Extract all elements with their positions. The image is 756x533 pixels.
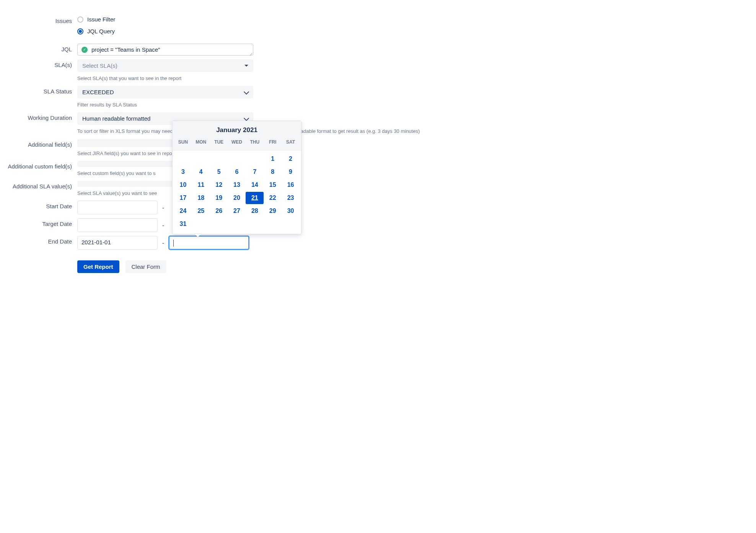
calendar-empty-cell [228,153,246,165]
additional-sla-values-label: Additional SLA value(s) [8,181,77,190]
issues-option-jql[interactable]: JQL Query [77,28,505,34]
issues-option-filter[interactable]: Issue Filter [77,16,505,23]
popup-arrow-icon [195,234,201,237]
calendar-day-5[interactable]: 5 [210,166,228,178]
calendar-weekday: MON [192,138,210,146]
calendar-weekday: THU [246,138,264,146]
end-date-from-input[interactable]: 2021-01-01 [77,236,158,250]
calendar-day-16[interactable]: 16 [282,179,300,191]
calendar-day-2[interactable]: 2 [282,153,300,165]
end-date-label: End Date [8,236,77,245]
calendar-title: January 2021 [173,126,301,134]
calendar-weekday: SAT [282,138,300,146]
jql-text: project = "Teams in Space" [91,46,160,53]
calendar-day-20[interactable]: 20 [228,192,246,204]
working-duration-label: Working Duration [8,112,77,121]
sla-status-hint: Filter results by SLA Status [77,101,505,108]
slas-select[interactable]: Select SLA(s) [77,59,253,72]
calendar-day-3[interactable]: 3 [174,166,192,178]
chevron-down-icon [244,116,248,121]
additional-fields-label: Additional field(s) [8,139,77,148]
start-date-from-input[interactable] [77,201,158,214]
calendar-day-31[interactable]: 31 [174,218,192,230]
calendar-day-13[interactable]: 13 [228,179,246,191]
calendar-day-10[interactable]: 10 [174,179,192,191]
calendar-empty-cell [174,153,192,165]
jql-input[interactable]: ✓ project = "Teams in Space" [77,44,253,56]
calendar-day-12[interactable]: 12 [210,179,228,191]
radio-checked-icon [77,28,83,34]
issues-filter-label: Issue Filter [87,16,115,23]
sla-status-value: EXCEEDED [82,89,114,95]
calendar-empty-cell [192,153,210,165]
target-date-label: Target Date [8,218,77,227]
date-separator: - [162,222,164,229]
calendar-empty-cell [210,153,228,165]
slas-label: SLA(s) [8,59,77,68]
calendar-day-14[interactable]: 14 [246,179,264,191]
working-duration-value: Human readable formatted [82,115,150,122]
calendar-day-8[interactable]: 8 [264,166,282,178]
calendar-day-6[interactable]: 6 [228,166,246,178]
calendar-day-4[interactable]: 4 [192,166,210,178]
calendar-day-7[interactable]: 7 [246,166,264,178]
calendar-day-1[interactable]: 1 [264,153,282,165]
target-date-from-input[interactable] [77,218,158,232]
calendar-day-21[interactable]: 21 [246,192,264,204]
start-date-label: Start Date [8,201,77,209]
calendar-day-15[interactable]: 15 [264,179,282,191]
issues-label: Issues [8,15,77,24]
radio-unchecked-icon [77,16,83,23]
calendar-day-26[interactable]: 26 [210,205,228,217]
jql-label: JQL [8,44,77,52]
calendar-day-17[interactable]: 17 [174,192,192,204]
calendar-day-11[interactable]: 11 [192,179,210,191]
calendar-day-23[interactable]: 23 [282,192,300,204]
calendar-weekday: FRI [264,138,282,146]
chevron-down-icon [244,65,248,67]
end-date-to-input[interactable] [169,236,249,250]
text-cursor-icon [173,240,174,247]
calendar-day-24[interactable]: 24 [174,205,192,217]
check-circle-icon: ✓ [81,47,88,53]
resize-handle-icon[interactable] [248,51,252,54]
calendar-day-19[interactable]: 19 [210,192,228,204]
issues-jql-label: JQL Query [87,28,115,34]
calendar-day-22[interactable]: 22 [264,192,282,204]
calendar-day-18[interactable]: 18 [192,192,210,204]
calendar-day-25[interactable]: 25 [192,205,210,217]
calendar-day-29[interactable]: 29 [264,205,282,217]
sla-status-label: SLA Status [8,86,77,95]
slas-hint: Select SLA(s) that you want to see in th… [77,75,505,82]
chevron-down-icon [244,90,248,95]
calendar-day-27[interactable]: 27 [228,205,246,217]
sla-status-select[interactable]: EXCEEDED [77,86,253,98]
calendar-weekday: TUE [210,138,228,146]
calendar-weekday: SUN [174,138,192,146]
date-separator: - [162,204,164,211]
clear-form-button[interactable]: Clear Form [125,260,166,273]
calendar-weekday: WED [228,138,246,146]
additional-custom-fields-label: Additional custom field(s) [8,161,77,170]
calendar-day-30[interactable]: 30 [282,205,300,217]
date-separator: - [162,240,164,246]
calendar-day-28[interactable]: 28 [246,205,264,217]
calendar-empty-cell [246,153,264,165]
date-picker-popup: January 2021 SUNMONTUEWEDTHUFRISAT 12345… [172,121,301,234]
calendar-day-9[interactable]: 9 [282,166,300,178]
slas-placeholder: Select SLA(s) [82,62,117,69]
get-report-button[interactable]: Get Report [77,260,119,273]
